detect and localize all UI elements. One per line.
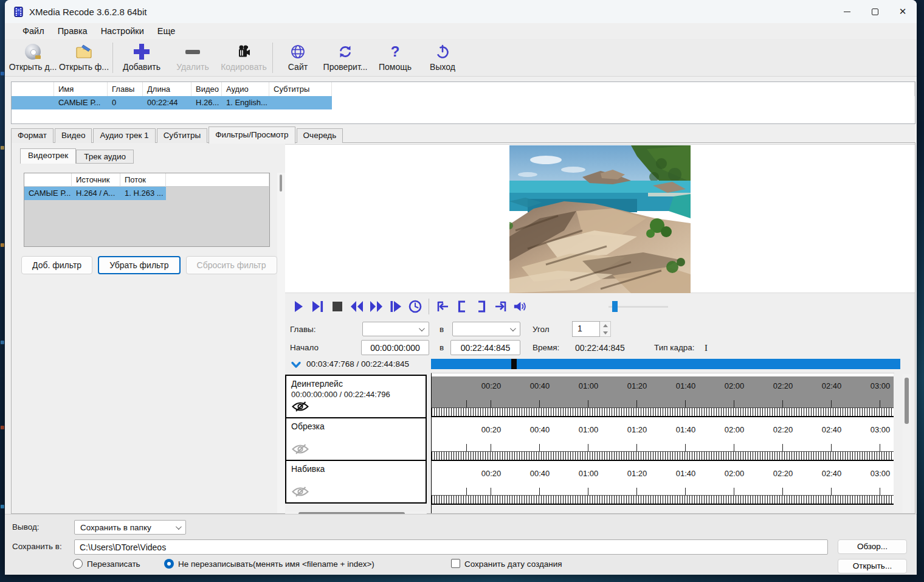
ruler-major-ticks xyxy=(432,400,894,407)
goto-end-icon[interactable] xyxy=(494,299,508,314)
mark-in-icon[interactable] xyxy=(455,299,469,314)
cell-stream: 1. H.263 ... xyxy=(120,187,166,200)
tab-format[interactable]: Формат xyxy=(11,128,53,143)
chevron-down-icon xyxy=(176,524,182,530)
spin-up-button[interactable] xyxy=(600,322,610,329)
close-button[interactable]: ✕ xyxy=(889,0,917,23)
start-label: Начало xyxy=(290,343,319,352)
playhead-marker[interactable] xyxy=(511,359,517,369)
col-length[interactable]: Длина xyxy=(143,82,191,96)
menu-more[interactable]: Еще xyxy=(151,26,182,36)
chapter-from-select[interactable] xyxy=(362,322,429,336)
radio-rename[interactable]: Не перезаписывать(менять имя <filename +… xyxy=(164,559,374,569)
output-mode-select[interactable]: Сохранить в папку xyxy=(74,520,186,535)
start-time-input[interactable] xyxy=(361,340,429,355)
speaker-icon[interactable] xyxy=(513,299,528,314)
source-row-selected[interactable]: САМЫЕ Р... H.264 / A... 1. H.263 ... xyxy=(24,187,269,200)
subtab-audio-track[interactable]: Трек аудио xyxy=(76,150,134,164)
encode-button[interactable]: Кодировать xyxy=(218,40,269,75)
play-icon[interactable] xyxy=(291,299,306,314)
timeline-ruler-deinterlace[interactable]: 00:2000:4001:0001:2001:4002:0002:2002:40… xyxy=(432,373,894,417)
tab-subtitles[interactable]: Субтитры xyxy=(157,128,208,143)
eye-visibility-icon[interactable] xyxy=(291,401,309,414)
chapter-to-select[interactable] xyxy=(452,322,520,336)
radio-overwrite-label: Перезаписать xyxy=(87,559,140,569)
filter-item-deinterlace[interactable]: Деинтерлейс 00:00:00:000 / 00:22:44:796 xyxy=(285,375,427,418)
radio-circle-checked-icon[interactable] xyxy=(164,559,174,569)
title-bar[interactable]: XMedia Recode 3.6.2.8 64bit ✕ xyxy=(5,0,917,23)
tab-video[interactable]: Видео xyxy=(55,128,92,143)
cell-audio: 1. English... xyxy=(222,96,269,109)
menu-file[interactable]: Файл xyxy=(16,26,51,36)
save-to-label: Сохранить в: xyxy=(12,542,62,551)
exit-button[interactable]: Выход xyxy=(419,40,466,75)
open-file-button[interactable]: Открыть ф... xyxy=(58,40,109,75)
mark-out-icon[interactable] xyxy=(474,299,489,314)
angle-spinner[interactable]: 1 xyxy=(572,321,611,337)
volume-slider[interactable] xyxy=(609,301,668,312)
menu-edit[interactable]: Правка xyxy=(51,26,94,36)
angle-value[interactable]: 1 xyxy=(572,321,600,337)
col-video[interactable]: Видео xyxy=(191,82,222,96)
open-disc-button[interactable]: Открыть д... xyxy=(7,40,58,75)
open-output-button[interactable]: Открыть... xyxy=(838,559,907,573)
maximize-button[interactable] xyxy=(861,0,889,23)
col-chapters[interactable]: Главы xyxy=(108,82,143,96)
remove-button[interactable]: Удалить xyxy=(167,40,218,75)
timeline-ruler-crop[interactable]: 00:2000:4001:0001:2001:4002:0002:2002:40… xyxy=(432,417,894,461)
checkbox-icon[interactable] xyxy=(451,559,460,568)
col-source[interactable]: Источник xyxy=(72,173,120,187)
col-subtitles[interactable]: Субтитры xyxy=(269,82,332,96)
next-frame-icon[interactable] xyxy=(311,299,325,314)
volume-thumb[interactable] xyxy=(612,301,618,312)
stop-icon[interactable] xyxy=(330,299,345,314)
spin-down-button[interactable] xyxy=(600,329,610,336)
eye-visibility-icon[interactable] xyxy=(291,486,309,499)
filter-item-padding[interactable]: Набивка xyxy=(285,460,427,504)
cell-chapters: 0 xyxy=(108,96,143,109)
left-panel-scrollbar[interactable] xyxy=(277,173,285,513)
save-path-input[interactable] xyxy=(74,539,828,555)
menu-settings[interactable]: Настройки xyxy=(94,26,151,36)
fast-forward-icon[interactable] xyxy=(369,299,384,314)
tab-audio-track[interactable]: Аудио трек 1 xyxy=(93,128,155,143)
scrollbar-thumb[interactable] xyxy=(905,378,909,424)
checkbox-keep-date[interactable]: Сохранить дату создания xyxy=(451,559,562,569)
help-button[interactable]: ? Помощь xyxy=(371,40,419,75)
col-icon[interactable] xyxy=(24,173,72,187)
seek-bar[interactable] xyxy=(431,359,900,369)
col-name[interactable]: Имя xyxy=(54,82,108,96)
timeline-scrollbar[interactable] xyxy=(903,374,911,513)
end-time-input[interactable] xyxy=(450,340,520,355)
file-row-selected[interactable]: САМЫЕ Р... 0 00:22:44 H.26... 1. English… xyxy=(12,96,915,109)
filter-name: Деинтерлейс xyxy=(291,379,421,389)
browse-button[interactable]: Обзор... xyxy=(838,539,907,554)
check-update-button[interactable]: Проверит... xyxy=(320,40,371,75)
radio-overwrite[interactable]: Перезаписать xyxy=(73,559,140,569)
desktop: { "window": { "title": "XMedia Recode 3.… xyxy=(0,0,924,582)
clock-icon[interactable] xyxy=(408,299,422,314)
remove-filter-button[interactable]: Убрать фильтр xyxy=(98,256,180,274)
eye-visibility-icon[interactable] xyxy=(291,443,309,457)
timeline-ruler-padding[interactable]: 00:2000:4001:0001:2001:4002:0002:2002:40… xyxy=(432,461,894,505)
step-forward-icon[interactable] xyxy=(388,299,403,314)
collapse-chevron-icon[interactable] xyxy=(289,358,303,373)
subtab-video-track[interactable]: Видеотрек xyxy=(20,148,76,164)
radio-circle-icon[interactable] xyxy=(73,559,83,569)
website-button[interactable]: Сайт xyxy=(276,40,320,75)
minimize-button[interactable] xyxy=(833,0,861,23)
add-filter-button[interactable]: Доб. фильтр xyxy=(21,256,92,274)
scrollbar-thumb[interactable] xyxy=(280,175,282,192)
col-audio[interactable]: Аудио xyxy=(222,82,269,96)
col-icon[interactable] xyxy=(12,82,54,96)
add-button[interactable]: Добавить xyxy=(116,40,167,75)
globe-icon xyxy=(290,43,306,60)
goto-start-icon[interactable] xyxy=(435,299,450,314)
tab-queue[interactable]: Очередь xyxy=(297,128,343,143)
reset-filter-button[interactable]: Сбросить фильтр xyxy=(186,256,277,274)
filter-item-crop[interactable]: Обрезка xyxy=(285,417,427,461)
rewind-icon[interactable] xyxy=(350,299,364,314)
tab-filters-preview[interactable]: Фильтры/Просмотр xyxy=(209,126,295,144)
time-value: 00:22:44:845 xyxy=(575,343,625,353)
col-stream[interactable]: Поток xyxy=(120,173,166,187)
